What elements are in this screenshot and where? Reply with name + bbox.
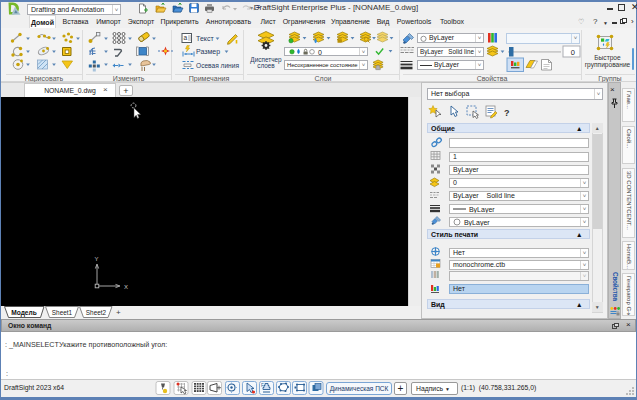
svg-text:Модель: Модель (11, 308, 37, 316)
svg-text:Sheet1: Sheet1 (52, 308, 73, 315)
svg-text:X: X (124, 284, 128, 290)
svg-text:a: a (184, 34, 188, 41)
svg-text:+: + (116, 308, 121, 317)
svg-text:?: ? (504, 108, 510, 118)
svg-text:Sheet2: Sheet2 (86, 308, 107, 315)
svg-text:0: 0 (571, 48, 575, 57)
svg-text:0: 0 (318, 49, 322, 56)
svg-text:F: F (261, 383, 264, 388)
svg-text:Y: Y (95, 256, 99, 262)
